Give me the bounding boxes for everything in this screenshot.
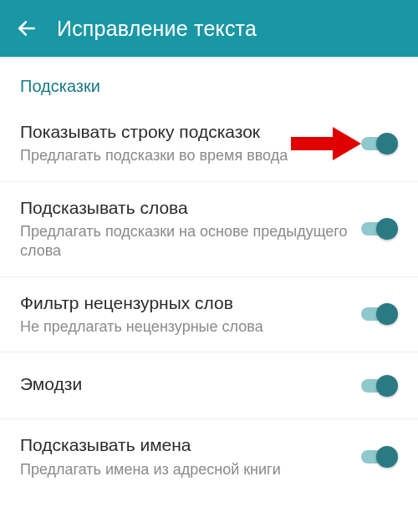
setting-show-suggestion-strip[interactable]: Показывать строку подсказок Предлагать п… [0,106,418,182]
page-title: Исправление текста [57,17,257,41]
setting-emoji[interactable]: Эмодзи [0,352,418,419]
toggle-suggest-names[interactable] [361,446,398,468]
setting-text: Подсказывать слова Предлагать подсказки … [20,197,361,261]
setting-title: Подсказывать имена [20,434,348,456]
switch-knob [376,375,398,397]
setting-subtitle: Предлагать имена из адресной книги [20,460,348,479]
arrow-back-icon [16,18,38,39]
toggle-show-suggestion-strip[interactable] [361,133,398,155]
setting-profanity-filter[interactable]: Фильтр нецензурных слов Не предлагать не… [0,277,418,353]
setting-subtitle: Предлагать подсказки во время ввода [20,146,348,165]
appbar: Исправление текста [0,0,418,57]
switch-knob [376,303,398,325]
setting-text: Фильтр нецензурных слов Не предлагать не… [20,292,361,337]
setting-text: Эмодзи [20,373,361,398]
setting-suggest-words[interactable]: Подсказывать слова Предлагать подсказки … [0,182,418,277]
toggle-suggest-words[interactable] [361,218,398,240]
setting-suggest-names[interactable]: Подсказывать имена Предлагать имена из а… [0,419,418,494]
switch-knob [376,218,398,240]
setting-text: Показывать строку подсказок Предлагать п… [20,121,361,166]
switch-knob [376,133,398,155]
setting-title: Подсказывать слова [20,197,348,219]
setting-title: Фильтр нецензурных слов [20,292,348,314]
back-button[interactable] [7,8,47,48]
toggle-profanity-filter[interactable] [361,303,398,325]
setting-subtitle: Предлагать подсказки на основе предыдуще… [20,222,348,261]
toggle-emoji[interactable] [361,375,398,397]
switch-knob [376,446,398,468]
section-header-hints: Подсказки [0,57,418,106]
setting-subtitle: Не предлагать нецензурные слова [20,317,348,337]
setting-title: Эмодзи [20,373,348,395]
setting-text: Подсказывать имена Предлагать имена из а… [20,434,361,479]
setting-title: Показывать строку подсказок [20,121,348,143]
